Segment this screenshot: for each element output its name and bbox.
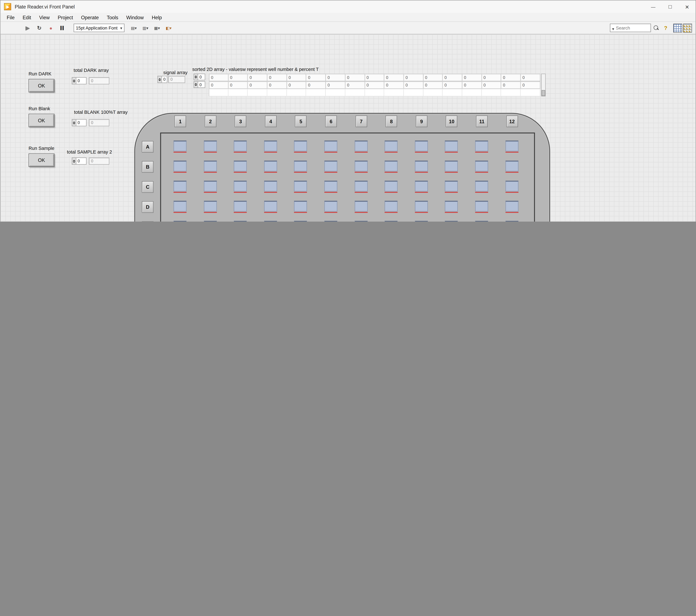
- array-cell[interactable]: 0: [287, 74, 306, 81]
- array-cell[interactable]: 0: [209, 81, 228, 89]
- total-blank-index-value[interactable]: 0: [76, 119, 86, 126]
- array-cell[interactable]: 0: [501, 74, 521, 81]
- well-B7[interactable]: [354, 161, 367, 171]
- well-D11[interactable]: [475, 201, 488, 211]
- well-C9[interactable]: [415, 181, 428, 191]
- total-blank-index-control[interactable]: 0: [72, 119, 86, 126]
- well-D5[interactable]: [294, 201, 307, 211]
- close-icon[interactable]: [679, 0, 696, 13]
- search-input[interactable]: Search: [610, 23, 651, 32]
- minimize-icon[interactable]: [645, 0, 662, 13]
- array-cell[interactable]: 0: [345, 81, 365, 89]
- well-B2[interactable]: [204, 161, 217, 171]
- array-cell[interactable]: 0: [267, 81, 287, 89]
- well-E9[interactable]: [415, 221, 428, 222]
- resize-objects-icon[interactable]: [152, 23, 162, 32]
- sorted-array-row-index[interactable]: 0: [194, 74, 205, 80]
- align-objects-icon[interactable]: [129, 23, 139, 32]
- well-D3[interactable]: [234, 201, 247, 211]
- well-B6[interactable]: [325, 161, 337, 171]
- array-cell[interactable]: 0: [384, 74, 404, 81]
- array-cell[interactable]: 0: [326, 81, 345, 89]
- sorted-array-row-index-value[interactable]: 0: [197, 74, 205, 80]
- well-C2[interactable]: [204, 181, 217, 191]
- well-B10[interactable]: [445, 161, 458, 171]
- well-D9[interactable]: [415, 201, 428, 211]
- well-A5[interactable]: [294, 141, 307, 151]
- array-cell[interactable]: 0: [404, 74, 423, 81]
- well-B4[interactable]: [264, 161, 277, 171]
- array-cell[interactable]: 0: [209, 74, 228, 81]
- spinner-arrows-icon[interactable]: [158, 76, 161, 83]
- well-A6[interactable]: [325, 141, 337, 151]
- well-D8[interactable]: [384, 201, 398, 211]
- abort-icon[interactable]: [46, 23, 56, 32]
- well-D10[interactable]: [445, 201, 458, 211]
- run-dark-ok-button[interactable]: OK: [29, 79, 54, 92]
- well-C10[interactable]: [445, 181, 458, 191]
- well-B8[interactable]: [384, 161, 398, 171]
- array-cell[interactable]: 0: [228, 74, 248, 81]
- array-cell[interactable]: 0: [481, 81, 501, 89]
- well-A7[interactable]: [354, 141, 367, 151]
- array-cell[interactable]: 0: [481, 74, 501, 81]
- well-A9[interactable]: [415, 141, 428, 151]
- well-E8[interactable]: [384, 221, 398, 222]
- signal-array-index-value[interactable]: 0: [161, 76, 167, 83]
- well-A4[interactable]: [264, 141, 277, 151]
- pause-icon[interactable]: [58, 23, 67, 32]
- array-cell[interactable]: 0: [345, 74, 365, 81]
- array-cell[interactable]: 0: [326, 74, 345, 81]
- spinner-arrows-icon[interactable]: [194, 81, 197, 88]
- spinner-arrows-icon[interactable]: [72, 158, 76, 164]
- reorder-icon[interactable]: [164, 23, 173, 32]
- distribute-objects-icon[interactable]: [141, 23, 151, 32]
- spinner-arrows-icon[interactable]: [72, 119, 76, 126]
- sorted-array-col-index[interactable]: 0: [194, 81, 205, 88]
- well-A11[interactable]: [475, 141, 488, 151]
- search-scope-icon[interactable]: [612, 24, 614, 32]
- total-dark-index-control[interactable]: 0: [72, 77, 86, 84]
- well-C1[interactable]: [174, 181, 187, 191]
- well-E11[interactable]: [475, 221, 488, 222]
- well-E4[interactable]: [264, 221, 277, 222]
- well-C6[interactable]: [325, 181, 337, 191]
- well-A12[interactable]: [505, 141, 518, 151]
- well-C4[interactable]: [264, 181, 277, 191]
- well-B11[interactable]: [475, 161, 488, 171]
- well-A2[interactable]: [204, 141, 217, 151]
- well-C8[interactable]: [384, 181, 398, 191]
- menu-item-view[interactable]: View: [39, 14, 50, 20]
- well-E3[interactable]: [234, 221, 247, 222]
- maximize-icon[interactable]: [662, 0, 679, 13]
- array-cell[interactable]: 0: [521, 81, 540, 89]
- well-C5[interactable]: [294, 181, 307, 191]
- search-icon[interactable]: [654, 25, 659, 31]
- well-B5[interactable]: [294, 161, 307, 171]
- run-blank-ok-button[interactable]: OK: [29, 114, 54, 127]
- well-C12[interactable]: [505, 181, 518, 191]
- total-dark-index-value[interactable]: 0: [76, 77, 86, 84]
- array-cell[interactable]: 0: [423, 74, 443, 81]
- menu-item-project[interactable]: Project: [58, 14, 73, 20]
- array-cell[interactable]: 0: [365, 74, 384, 81]
- well-E2[interactable]: [204, 221, 217, 222]
- array-cell[interactable]: 0: [404, 81, 423, 89]
- well-E1[interactable]: [174, 221, 187, 222]
- well-B1[interactable]: [174, 161, 187, 171]
- well-C7[interactable]: [354, 181, 367, 191]
- well-D2[interactable]: [204, 201, 217, 211]
- well-A10[interactable]: [445, 141, 458, 151]
- well-A1[interactable]: [174, 141, 187, 151]
- well-D12[interactable]: [505, 201, 518, 211]
- array-cell[interactable]: 0: [384, 81, 404, 89]
- well-B9[interactable]: [415, 161, 428, 171]
- run-continuous-icon[interactable]: [34, 23, 44, 32]
- well-D1[interactable]: [174, 201, 187, 211]
- array-cell[interactable]: 0: [306, 74, 326, 81]
- array-cell[interactable]: 0: [521, 74, 540, 81]
- menu-item-help[interactable]: Help: [152, 14, 162, 20]
- total-sample-index-value[interactable]: 0: [76, 158, 86, 164]
- array-cell[interactable]: 0: [462, 81, 481, 89]
- help-icon[interactable]: [662, 23, 670, 32]
